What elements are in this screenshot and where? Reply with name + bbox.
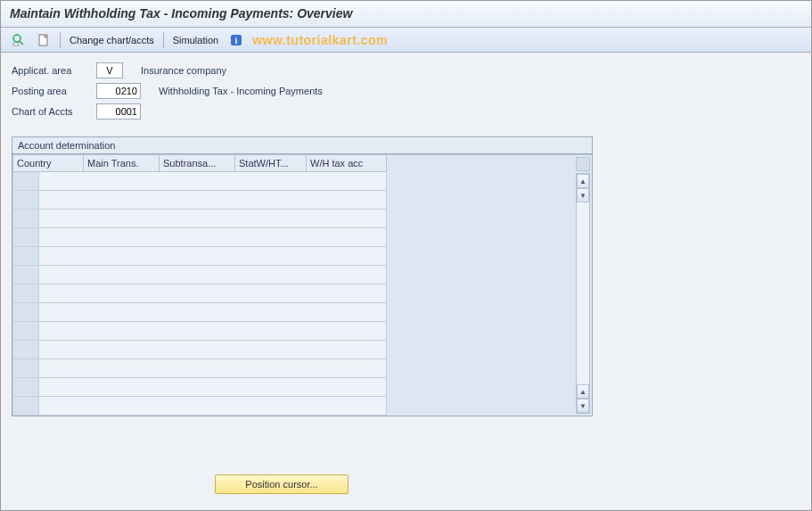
row-selector[interactable] — [12, 378, 39, 397]
magnifier-icon — [12, 33, 26, 47]
table-cell[interactable] — [39, 191, 387, 210]
table-row[interactable] — [12, 397, 387, 416]
table-area: CountryMain Trans.Subtransa...StatW/HT..… — [12, 154, 387, 416]
row-selector[interactable] — [12, 359, 39, 378]
info-icon-button[interactable]: i — [226, 31, 247, 49]
applicat-area-desc: Insurance company — [141, 65, 226, 76]
table-row[interactable] — [12, 303, 387, 322]
chart-accts-label: Chart of Accts — [12, 106, 96, 117]
details-icon-button[interactable] — [8, 31, 29, 49]
scroll-down-button-bottom[interactable]: ▼ — [577, 399, 589, 413]
table-row[interactable] — [12, 247, 387, 266]
account-determination-panel: Account determination CountryMain Trans.… — [12, 136, 593, 416]
position-cursor-button[interactable]: Position cursor... — [215, 474, 349, 494]
column-header[interactable]: Country — [12, 154, 84, 172]
table-cell[interactable] — [39, 247, 387, 266]
watermark-text: www.tutorialkart.com — [252, 33, 388, 47]
scroll-track — [577, 202, 589, 384]
scroll-up-button-bottom[interactable]: ▲ — [577, 384, 589, 399]
triangle-up-icon: ▲ — [579, 177, 586, 185]
vertical-scrollbar[interactable]: ▲ ▼ ▲ ▼ — [576, 173, 590, 414]
toolbar: Change chart/accts Simulation i www.tuto… — [1, 28, 811, 53]
create-icon-button[interactable] — [33, 31, 54, 49]
table-row[interactable] — [12, 359, 387, 378]
table-row[interactable] — [12, 378, 387, 397]
toolbar-separator — [163, 32, 164, 48]
toolbar-separator — [60, 32, 61, 48]
table-cell[interactable] — [39, 284, 387, 303]
column-header[interactable]: StatW/HT... — [235, 154, 307, 172]
svg-rect-2 — [13, 43, 19, 45]
table-row[interactable] — [12, 284, 387, 303]
table-cell[interactable] — [39, 397, 387, 416]
row-selector[interactable] — [12, 341, 39, 359]
triangle-down-icon: ▼ — [579, 192, 586, 200]
panel-title: Account determination — [12, 137, 592, 154]
posting-area-input[interactable] — [96, 83, 141, 99]
table-cell[interactable] — [39, 322, 387, 341]
column-header[interactable]: Main Trans. — [84, 154, 160, 172]
row-selector[interactable] — [12, 172, 39, 191]
column-header[interactable]: W/H tax acc — [307, 154, 387, 172]
table-corner-box — [576, 157, 590, 171]
table-cell[interactable] — [39, 210, 387, 228]
change-chart-button[interactable]: Change chart/accts — [66, 31, 158, 49]
document-icon — [37, 33, 51, 47]
row-selector[interactable] — [12, 191, 39, 210]
table-row[interactable] — [12, 191, 387, 210]
simulation-button[interactable]: Simulation — [169, 31, 222, 49]
table-cell[interactable] — [39, 303, 387, 322]
table-cell[interactable] — [39, 228, 387, 247]
table-cell[interactable] — [39, 341, 387, 359]
table-row[interactable] — [12, 228, 387, 247]
row-selector[interactable] — [12, 228, 39, 247]
page-title: Maintain Withholding Tax - Incoming Paym… — [1, 1, 811, 28]
posting-area-label: Posting area — [12, 86, 96, 96]
applicat-area-label: Applicat. area — [12, 65, 96, 76]
svg-line-1 — [20, 41, 23, 45]
row-selector[interactable] — [12, 266, 39, 284]
table-cell[interactable] — [39, 359, 387, 378]
table-header-row: CountryMain Trans.Subtransa...StatW/HT..… — [12, 154, 387, 172]
scroll-down-button[interactable]: ▼ — [577, 188, 589, 202]
table-cell[interactable] — [39, 172, 387, 191]
content-area: Applicat. area Insurance company Posting… — [1, 53, 811, 510]
posting-area-desc: Withholding Tax - Incoming Payments — [159, 86, 323, 96]
row-selector[interactable] — [12, 303, 39, 322]
applicat-area-input[interactable] — [96, 62, 123, 78]
row-selector[interactable] — [12, 284, 39, 303]
row-selector[interactable] — [12, 397, 39, 416]
column-header[interactable]: Subtransa... — [160, 154, 235, 172]
scroll-up-button[interactable]: ▲ — [577, 174, 589, 188]
svg-text:i: i — [235, 36, 238, 45]
row-selector[interactable] — [12, 322, 39, 341]
table-cell[interactable] — [39, 266, 387, 284]
table-row[interactable] — [12, 266, 387, 284]
info-icon: i — [229, 33, 243, 47]
table-row[interactable] — [12, 172, 387, 191]
table-cell[interactable] — [39, 378, 387, 397]
table-body — [12, 172, 387, 416]
chart-accts-input[interactable] — [96, 103, 141, 120]
triangle-up-icon: ▲ — [579, 388, 586, 396]
table-filler: ▲ ▼ ▲ ▼ — [387, 154, 592, 416]
svg-point-0 — [13, 35, 21, 42]
triangle-down-icon: ▼ — [579, 402, 586, 410]
table-row[interactable] — [12, 322, 387, 341]
table-row[interactable] — [12, 210, 387, 228]
row-selector[interactable] — [12, 247, 39, 266]
table-row[interactable] — [12, 341, 387, 359]
row-selector[interactable] — [12, 210, 39, 228]
